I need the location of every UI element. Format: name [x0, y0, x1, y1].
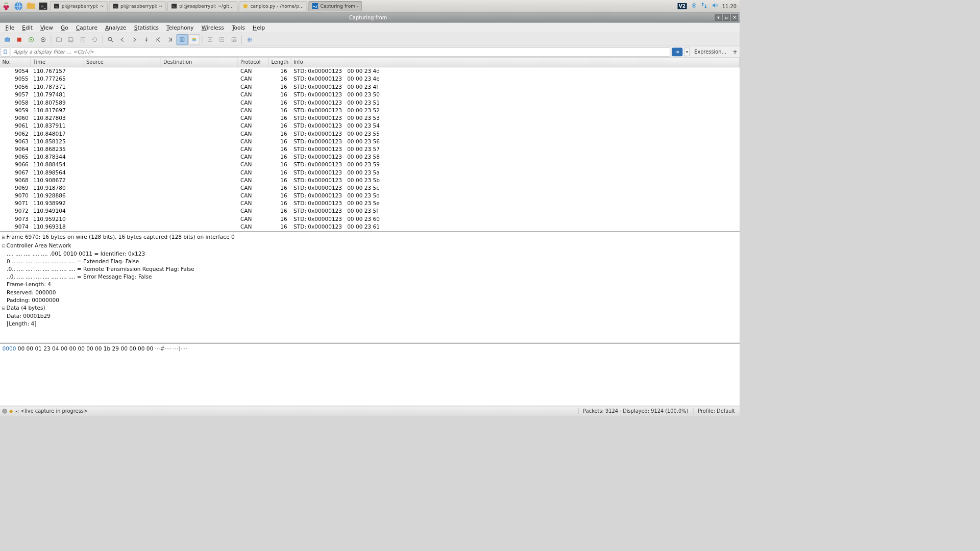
packet-bytes-pane[interactable]: 0000 00 00 01 23 04 00 00 00 00 00 1b 29… [0, 344, 740, 406]
detail-line[interactable]: .... .... .... .... .... .001 0010 0011 … [2, 250, 738, 258]
menu-edit[interactable]: Edit [18, 23, 37, 32]
window-minimize-button[interactable]: ▾ [715, 14, 722, 21]
packet-row[interactable]: 9069110.918780CAN16 STD: 0x00000123 00 0… [0, 184, 740, 192]
expert-info-icon[interactable] [3, 409, 7, 413]
go-first-button[interactable] [153, 34, 164, 45]
file-manager-icon[interactable] [26, 1, 36, 12]
detail-line[interactable]: Data: 00001b29 [2, 312, 738, 320]
vnc-icon[interactable]: V2 [677, 3, 687, 9]
column-info[interactable]: Info [291, 58, 740, 67]
interfaces-button[interactable] [2, 34, 13, 45]
restart-capture-button[interactable] [26, 34, 37, 45]
packet-row[interactable]: 9066110.888454CAN16 STD: 0x00000123 00 0… [0, 161, 740, 168]
raspberry-menu-icon[interactable] [1, 1, 12, 12]
taskbar-task[interactable]: >_pi@raspberrypi: ~/git… [168, 1, 237, 11]
menu-capture[interactable]: Capture [72, 23, 101, 32]
packet-row[interactable]: 9065110.878344CAN16 STD: 0x00000123 00 0… [0, 153, 740, 161]
detail-line[interactable]: [Length: 4] [2, 320, 738, 328]
capture-file-indicator[interactable]: ◆ [9, 408, 13, 414]
detail-line[interactable]: Data (4 bytes) [2, 304, 738, 312]
menu-telephony[interactable]: Telephony [163, 23, 198, 32]
go-last-button[interactable] [164, 34, 176, 45]
clock[interactable]: 11:20 [722, 3, 737, 9]
autoscroll-button[interactable] [177, 34, 188, 45]
zoom-in-button[interactable] [204, 34, 216, 45]
save-file-button[interactable] [65, 34, 77, 45]
menu-file[interactable]: File [2, 23, 18, 32]
menu-wireless[interactable]: Wireless [198, 23, 228, 32]
window-close-button[interactable]: ✕ [731, 14, 738, 21]
reload-button[interactable] [89, 34, 101, 45]
go-forward-button[interactable] [129, 34, 140, 45]
network-icon[interactable] [700, 2, 707, 11]
zoom-out-button[interactable] [216, 34, 228, 45]
column-time[interactable]: Time [31, 58, 84, 67]
zoom-reset-button[interactable]: 1:1 [228, 34, 240, 45]
packet-row[interactable]: 9057110.797481CAN16 STD: 0x00000123 00 0… [0, 91, 740, 98]
filter-history-dropdown[interactable]: ▾ [684, 47, 690, 56]
packet-row[interactable]: 9058110.807589CAN16 STD: 0x00000123 00 0… [0, 98, 740, 106]
menu-tools[interactable]: Tools [228, 23, 249, 32]
terminal-launcher-icon[interactable]: >_ [38, 1, 48, 12]
packet-details-pane[interactable]: Frame 6970: 16 bytes on wire (128 bits),… [0, 232, 740, 344]
taskbar-task[interactable]: >_pi@raspberrypi: ~ [109, 1, 166, 11]
menu-go[interactable]: Go [57, 23, 72, 32]
bluetooth-icon[interactable] [691, 2, 697, 11]
column-source[interactable]: Source [84, 58, 161, 67]
column-proto[interactable]: Protocol [238, 58, 268, 67]
stop-capture-button[interactable] [13, 34, 25, 45]
detail-line[interactable]: 0... .... .... .... .... .... .... .... … [2, 258, 738, 265]
packet-row[interactable]: 9070110.928886CAN16 STD: 0x00000123 00 0… [0, 192, 740, 199]
packet-row[interactable]: 9055110.777265CAN16 STD: 0x00000123 00 0… [0, 75, 740, 83]
capture-options-button[interactable] [37, 34, 49, 45]
menu-statistics[interactable]: Statistics [130, 23, 162, 32]
packet-row[interactable]: 9064110.868235CAN16 STD: 0x00000123 00 0… [0, 145, 740, 153]
packet-row[interactable]: 9062110.848017CAN16 STD: 0x00000123 00 0… [0, 130, 740, 137]
packet-row[interactable]: 9073110.959210CAN16 STD: 0x00000123 00 0… [0, 215, 740, 223]
find-packet-button[interactable] [105, 34, 116, 45]
packet-row[interactable]: 9054110.767157CAN16 STD: 0x00000123 00 0… [0, 67, 740, 75]
colorize-button[interactable] [188, 34, 200, 45]
resize-columns-button[interactable] [244, 34, 256, 45]
packet-row[interactable]: 9060110.827803CAN16 STD: 0x00000123 00 0… [0, 114, 740, 121]
volume-icon[interactable] [712, 2, 719, 11]
status-profile[interactable]: Profile: Default [693, 408, 740, 414]
taskbar-task[interactable]: canpico.py - /home/p… [239, 1, 307, 11]
detail-line[interactable]: Frame-Length: 4 [2, 281, 738, 288]
packet-row[interactable]: 9068110.908672CAN16 STD: 0x00000123 00 0… [0, 176, 740, 184]
filter-bookmark-icon[interactable] [1, 47, 10, 56]
packet-row[interactable]: 9059110.817697CAN16 STD: 0x00000123 00 0… [0, 106, 740, 114]
detail-line[interactable]: Frame 6970: 16 bytes on wire (128 bits),… [2, 233, 738, 242]
window-maximize-button[interactable]: ▫ [723, 14, 730, 21]
detail-line[interactable]: Controller Area Network [2, 241, 738, 250]
column-no[interactable]: No. [0, 58, 31, 67]
filter-apply-button[interactable] [672, 47, 683, 56]
packet-list-body[interactable]: 9054110.767157CAN16 STD: 0x00000123 00 0… [0, 67, 740, 231]
web-browser-icon[interactable] [13, 1, 24, 12]
go-to-packet-button[interactable] [140, 34, 152, 45]
taskbar-task[interactable]: >_pi@raspberrypi: ~ [50, 1, 107, 11]
close-file-button[interactable] [77, 34, 89, 45]
packet-row[interactable]: 9056110.787371CAN16 STD: 0x00000123 00 0… [0, 83, 740, 91]
column-dest[interactable]: Destination [161, 58, 238, 67]
column-length[interactable]: Length [269, 58, 291, 67]
open-file-button[interactable] [53, 34, 65, 45]
detail-line[interactable]: Reserved: 000000 [2, 288, 738, 296]
menu-view[interactable]: View [36, 23, 57, 32]
menu-analyze[interactable]: Analyze [101, 23, 130, 32]
filter-add-button[interactable]: + [731, 48, 739, 55]
packet-row[interactable]: 9061110.837911CAN16 STD: 0x00000123 00 0… [0, 122, 740, 130]
menu-help[interactable]: Help [249, 23, 269, 32]
packet-row[interactable]: 9063110.858125CAN16 STD: 0x00000123 00 0… [0, 137, 740, 145]
packet-row[interactable]: 9072110.949104CAN16 STD: 0x00000123 00 0… [0, 207, 740, 215]
detail-line[interactable]: .0.. .... .... .... .... .... .... .... … [2, 265, 738, 273]
packet-row[interactable]: 9067110.898564CAN16 STD: 0x00000123 00 0… [0, 168, 740, 176]
detail-line[interactable]: ..0. .... .... .... .... .... .... .... … [2, 273, 738, 281]
taskbar-task[interactable]: Capturing from - [309, 1, 362, 11]
expression-button[interactable]: Expression… [691, 49, 730, 55]
detail-line[interactable]: Padding: 00000000 [2, 296, 738, 304]
go-back-button[interactable] [117, 34, 129, 45]
packet-row[interactable]: 9074110.969318CAN16 STD: 0x00000123 00 0… [0, 223, 740, 231]
display-filter-input[interactable] [11, 47, 670, 56]
packet-row[interactable]: 9071110.938992CAN16 STD: 0x00000123 00 0… [0, 199, 740, 207]
